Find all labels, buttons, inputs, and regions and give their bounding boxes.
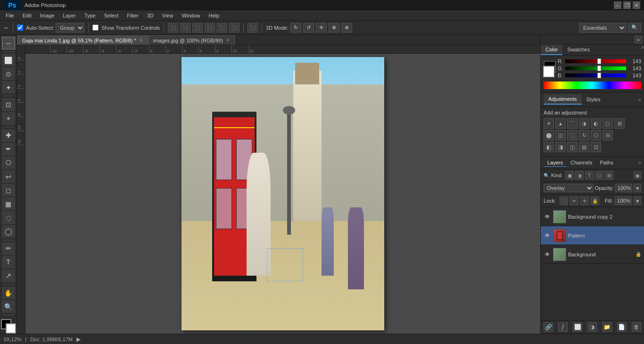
crop-tool[interactable]: ⊡ bbox=[2, 98, 15, 111]
opacity-arrow[interactable]: ▾ bbox=[634, 184, 641, 192]
selective-color-icon[interactable]: ◫ bbox=[567, 142, 578, 152]
history-brush-tool[interactable]: ↩ bbox=[2, 170, 15, 183]
channel-mix-icon[interactable]: ⬛ bbox=[567, 130, 578, 140]
3d-rotate-btn[interactable]: ↻ bbox=[290, 23, 301, 33]
workspace-select[interactable]: Essentials bbox=[579, 23, 626, 33]
adjustments-tab[interactable]: Adjustments bbox=[544, 94, 582, 105]
color-balance-icon[interactable]: ⊞ bbox=[614, 118, 625, 129]
eyedropper-tool[interactable]: ⌖ bbox=[2, 112, 15, 125]
lock-pixels-icon[interactable]: ⬛ bbox=[560, 197, 568, 205]
solid-color-icon[interactable]: ▤ bbox=[579, 142, 589, 152]
marquee-tool[interactable]: ⬜ bbox=[2, 54, 15, 66]
b-slider[interactable] bbox=[565, 74, 626, 77]
clone-stamp-tool[interactable]: ⎔ bbox=[2, 156, 15, 169]
pen-tool[interactable]: ✏ bbox=[2, 242, 15, 255]
layer-filter-toggle[interactable]: ◉ bbox=[634, 172, 641, 179]
path-select-tool[interactable]: ↗ bbox=[2, 270, 15, 282]
channels-tab[interactable]: Channels bbox=[567, 159, 596, 167]
3d-slide-btn[interactable]: ⊕ bbox=[329, 23, 339, 33]
background-color-swatch[interactable] bbox=[543, 66, 555, 78]
filter-shape-btn[interactable]: ⬡ bbox=[595, 171, 603, 180]
new-layer-btn[interactable]: 📄 bbox=[617, 322, 627, 332]
tab-1[interactable]: Gaja mai Linda 1.jpg @ 59,1% (Pattern, R… bbox=[17, 35, 148, 45]
bw-icon[interactable]: ⬤ bbox=[544, 130, 554, 140]
align-bottom-btn[interactable]: ⬛ bbox=[229, 23, 239, 33]
3d-pan-btn[interactable]: ✛ bbox=[316, 23, 327, 33]
brightness-contrast-icon[interactable]: ☀ bbox=[544, 118, 554, 129]
tab-2-close[interactable]: ✕ bbox=[226, 38, 230, 43]
lock-image-icon[interactable]: ✏ bbox=[570, 197, 578, 205]
layer-visibility-pattern[interactable]: 👁 bbox=[544, 232, 551, 239]
filter-type-btn[interactable]: T bbox=[585, 171, 594, 180]
layer-item-pattern[interactable]: 👁 Pattern bbox=[541, 226, 644, 245]
tab-1-close[interactable]: ✕ bbox=[139, 38, 143, 43]
vibrance-icon[interactable]: ◐ bbox=[591, 118, 601, 129]
menu-edit[interactable]: Edit bbox=[19, 12, 35, 19]
curves-icon[interactable]: ⌒ bbox=[567, 118, 578, 129]
title-bar-controls[interactable]: – ❐ ✕ bbox=[614, 1, 640, 9]
panel-collapse-btn[interactable]: « bbox=[635, 36, 642, 43]
menu-image[interactable]: Image bbox=[36, 12, 58, 19]
opacity-input[interactable] bbox=[615, 184, 632, 192]
status-arrow[interactable]: ▶ bbox=[76, 336, 81, 343]
g-slider[interactable] bbox=[565, 66, 626, 70]
align-center-h-btn[interactable]: ⬛ bbox=[180, 23, 190, 33]
hand-tool[interactable]: ✋ bbox=[2, 287, 15, 299]
group-select[interactable]: Group Layer bbox=[56, 23, 84, 33]
auto-select-checkbox[interactable] bbox=[17, 25, 23, 31]
blur-tool[interactable]: ◌ bbox=[2, 211, 15, 224]
layer-style-btn[interactable]: ƒ bbox=[558, 322, 568, 332]
search-workspace-btn[interactable]: 🔍 bbox=[628, 23, 641, 33]
menu-view[interactable]: View bbox=[158, 12, 177, 19]
menu-layer[interactable]: Layer bbox=[59, 12, 80, 19]
filter-pixel-btn[interactable]: ▣ bbox=[565, 171, 574, 180]
menu-3d[interactable]: 3D bbox=[143, 12, 157, 19]
menu-select[interactable]: Select bbox=[100, 12, 123, 19]
3d-scale-btn[interactable]: ⊗ bbox=[341, 23, 352, 33]
photo-filter-icon[interactable]: ◫ bbox=[555, 130, 566, 140]
styles-tab[interactable]: Styles bbox=[582, 95, 605, 104]
align-center-v-btn[interactable]: ⬛ bbox=[217, 23, 227, 33]
threshold-icon[interactable]: ◧ bbox=[544, 142, 554, 152]
background-color[interactable] bbox=[6, 323, 16, 334]
brush-tool[interactable]: ✒ bbox=[2, 143, 15, 156]
menu-file[interactable]: File bbox=[2, 12, 18, 19]
align-left-btn[interactable]: ⬛ bbox=[168, 23, 178, 33]
magic-wand-tool[interactable]: ✦ bbox=[2, 81, 15, 94]
color-panel-arrow[interactable]: ≡ bbox=[641, 45, 644, 55]
gradient-tool[interactable]: ▦ bbox=[2, 197, 15, 210]
close-button[interactable]: ✕ bbox=[633, 1, 640, 9]
layer-visibility-bg-copy2[interactable]: 👁 bbox=[544, 213, 551, 221]
transform-checkbox[interactable] bbox=[92, 25, 99, 31]
color-spectrum-bar[interactable] bbox=[544, 82, 641, 89]
menu-help[interactable]: Help bbox=[205, 12, 223, 19]
canvas-container[interactable] bbox=[25, 54, 540, 334]
blend-mode-select[interactable]: Overlay Normal Multiply Screen bbox=[544, 184, 594, 192]
adj-panel-arrow[interactable]: ≡ bbox=[638, 97, 641, 102]
layer-mask-btn[interactable]: ⬜ bbox=[573, 322, 582, 332]
hue-sat-icon[interactable]: ⬡ bbox=[603, 118, 613, 129]
align-top-btn[interactable]: ⬛ bbox=[205, 23, 215, 33]
eraser-tool[interactable]: ◻ bbox=[2, 184, 15, 197]
layer-item-background[interactable]: 👁 Background 🔒 bbox=[541, 245, 644, 264]
gradient-fill-icon[interactable]: ⊡ bbox=[591, 142, 601, 152]
dodge-tool[interactable]: ◯ bbox=[2, 225, 15, 238]
new-group-btn[interactable]: 📁 bbox=[603, 322, 612, 332]
posterize-icon[interactable]: ⊟ bbox=[603, 130, 613, 140]
tab-2[interactable]: images.jpg @ 100% (RGB/8#) ✕ bbox=[148, 35, 235, 45]
fg-bg-color-selector[interactable] bbox=[1, 319, 16, 334]
filter-smart-btn[interactable]: ⊞ bbox=[605, 171, 613, 180]
maximize-button[interactable]: ❐ bbox=[623, 1, 631, 9]
distribute-btn[interactable]: ⬛ bbox=[248, 23, 258, 33]
new-fill-layer-btn[interactable]: ◑ bbox=[587, 322, 597, 332]
invert-icon[interactable]: ⬡ bbox=[591, 130, 601, 140]
menu-type[interactable]: Type bbox=[81, 12, 99, 19]
paths-tab[interactable]: Paths bbox=[596, 159, 617, 167]
layers-panel-arrow[interactable]: ≡ bbox=[638, 160, 641, 165]
levels-icon[interactable]: ▲ bbox=[555, 118, 566, 129]
layer-link-btn[interactable]: 🔗 bbox=[544, 322, 553, 332]
move-tool[interactable]: ↔ bbox=[2, 37, 15, 49]
fg-bg-colors[interactable] bbox=[544, 61, 555, 78]
lock-position-icon[interactable]: ✛ bbox=[580, 197, 589, 205]
layer-visibility-background[interactable]: 👁 bbox=[544, 251, 551, 258]
